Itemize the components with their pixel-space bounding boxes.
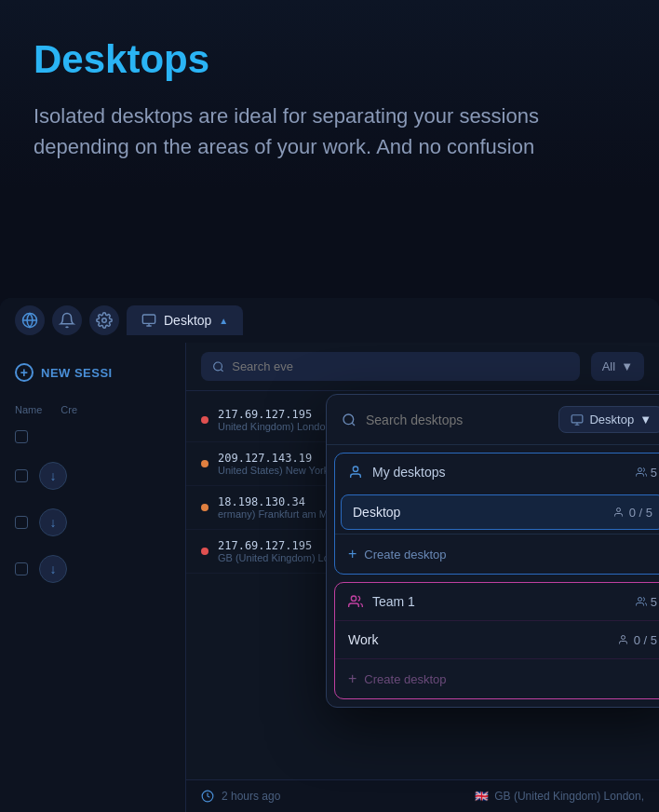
main-content: All ▼ 217.69.127.195 United Kingdom) Lon… (186, 343, 659, 812)
session-action-button[interactable]: ↓ (39, 462, 67, 490)
desktop-tab[interactable]: Desktop ▲ (127, 305, 243, 335)
col-name: Name (15, 404, 42, 415)
row-checkbox[interactable] (15, 516, 28, 529)
session-ip: 217.69.127.195 (218, 408, 334, 421)
team1-label: Team 1 (372, 594, 415, 609)
hero-section: Desktops Isolated desktops are ideal for… (0, 0, 659, 190)
hero-description: Isolated desktops are ideal for separati… (34, 101, 573, 162)
session-location: United States) New York, N (218, 465, 342, 476)
team1-header[interactable]: Team 1 5 (335, 583, 659, 620)
time-ago-label: 2 hours ago (222, 790, 280, 803)
session-action-button[interactable]: ↓ (39, 555, 67, 583)
svg-point-16 (616, 508, 620, 512)
session-action-button[interactable]: ↓ (39, 508, 67, 536)
team1-count: 5 (636, 595, 657, 609)
my-desktops-label: My desktops (372, 465, 446, 480)
create-desktop-button-team[interactable]: + Create desktop (335, 658, 659, 698)
dropdown-search-input[interactable] (366, 413, 549, 427)
create-desktop-button-my[interactable]: + Create desktop (335, 534, 659, 574)
plus-icon: + (15, 363, 34, 382)
sessions-table: Name Cre ↓ ↓ ↓ (0, 391, 185, 600)
dropdown-body: My desktops 5 (327, 445, 659, 707)
my-desktops-count-label: 5 (651, 466, 657, 480)
svg-rect-3 (142, 315, 155, 323)
work-desktop-name: Work (348, 632, 378, 647)
create-desktop-label: Create desktop (364, 548, 446, 562)
filter-dropdown[interactable]: All ▼ (591, 352, 644, 381)
svg-line-7 (221, 369, 222, 371)
dropdown-overlay: Desktop ▼ (326, 394, 659, 708)
svg-point-19 (621, 636, 625, 640)
svg-point-17 (351, 596, 356, 601)
chevron-down-icon: ▼ (639, 413, 652, 426)
session-location: United Kingdom) London, (218, 421, 334, 432)
time-ago: 2 hours ago (201, 790, 280, 803)
status-dot-orange (201, 460, 208, 467)
new-session-label: NEW SESSI (41, 366, 113, 380)
bottom-bar: 2 hours ago 🇬🇧 GB (United Kingdom) Londo… (186, 779, 659, 812)
svg-line-10 (352, 423, 355, 426)
svg-point-15 (638, 468, 641, 472)
table-row: ↓ (0, 546, 185, 592)
settings-icon-button[interactable] (89, 305, 119, 335)
filter-label: All (602, 359, 615, 373)
tab-arrow-icon: ▲ (219, 316, 228, 326)
session-ip: 209.127.143.19 (218, 452, 342, 465)
globe-icon-button[interactable] (15, 305, 45, 335)
desktop-count: 0 / 5 (614, 506, 652, 520)
filter-button-label: Desktop (589, 413, 634, 426)
app-titlebar: Desktop ▲ (0, 298, 659, 343)
my-desktops-header[interactable]: My desktops 5 (335, 453, 659, 491)
plus-icon: + (348, 546, 356, 562)
table-row (0, 421, 185, 453)
svg-point-14 (353, 467, 357, 471)
svg-point-18 (638, 598, 641, 602)
dropdown-filter-button[interactable]: Desktop ▼ (558, 406, 659, 433)
svg-point-6 (214, 362, 222, 371)
tab-label: Desktop (164, 313, 211, 328)
chevron-down-icon: ▼ (621, 359, 633, 373)
svg-point-9 (343, 414, 354, 425)
status-dot-orange (201, 504, 208, 511)
svg-rect-11 (572, 414, 584, 422)
table-header: Name Cre (0, 399, 185, 421)
team1-count-label: 5 (651, 595, 657, 609)
team1-section: Team 1 5 (334, 582, 659, 699)
table-row: ↓ (0, 499, 185, 546)
main-toolbar: All ▼ (186, 343, 659, 391)
status-dot-red (201, 548, 208, 555)
location-label: GB (United Kingdom) London, (494, 790, 644, 803)
bell-icon-button[interactable] (52, 305, 82, 335)
location-info: 🇬🇧 GB (United Kingdom) London, (475, 790, 644, 803)
search-input[interactable] (232, 359, 568, 373)
app-content: + NEW SESSI Name Cre ↓ ↓ (0, 343, 659, 812)
row-checkbox[interactable] (15, 430, 28, 443)
my-desktops-count: 5 (636, 466, 657, 480)
row-checkbox[interactable] (15, 469, 28, 482)
desktop-name: Desktop (353, 505, 400, 520)
svg-point-2 (102, 318, 107, 323)
session-location: ermany) Frankfurt am M (218, 508, 328, 520)
desktop-item-selected[interactable]: Desktop 0 / 5 (341, 494, 659, 530)
table-row: ↓ (0, 453, 185, 499)
search-bar[interactable] (201, 352, 580, 381)
col-created: Cre (61, 404, 77, 415)
work-desktop-item[interactable]: Work 0 / 5 (335, 620, 659, 658)
left-panel: + NEW SESSI Name Cre ↓ ↓ (0, 343, 186, 812)
dropdown-header: Desktop ▼ (327, 395, 659, 445)
row-checkbox[interactable] (15, 562, 28, 575)
my-desktops-section: My desktops 5 (334, 453, 659, 575)
app-window: Desktop ▲ + NEW SESSI Name Cre ↓ (0, 298, 659, 812)
hero-title: Desktops (34, 37, 625, 82)
flag-icon: 🇬🇧 (475, 790, 489, 803)
status-dot-red (201, 416, 208, 424)
plus-icon: + (348, 670, 356, 687)
session-ip: 18.198.130.34 (218, 495, 328, 508)
create-desktop-label: Create desktop (364, 672, 446, 686)
work-desktop-count: 0 / 5 (619, 633, 657, 647)
new-session-button[interactable]: + NEW SESSI (0, 354, 185, 391)
